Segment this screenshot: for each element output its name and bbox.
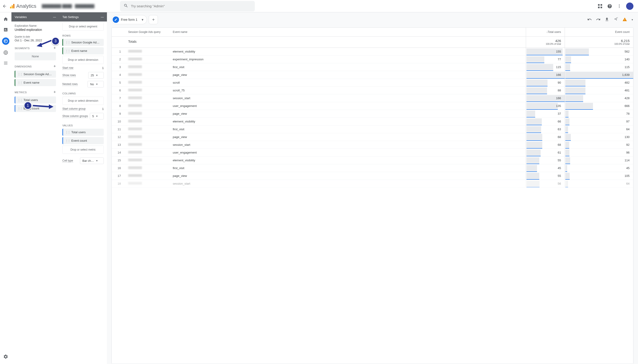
table-row: 9page_view3778	[112, 110, 633, 118]
table-row: 17page_view55105	[112, 172, 633, 180]
property-selector[interactable]: ████████ ████ - ████████	[42, 4, 94, 8]
row-users: 55	[526, 172, 565, 180]
add-tab-button[interactable]: +	[149, 15, 158, 24]
settings-icon[interactable]	[3, 354, 8, 360]
apps-icon[interactable]	[597, 4, 603, 9]
exploration-tab[interactable]: Free form 1 ▼	[112, 15, 147, 24]
row-event: page_view	[169, 73, 526, 76]
start-row-value[interactable]: 1	[102, 66, 104, 70]
chevron-down-icon[interactable]: ▼	[141, 18, 146, 22]
nested-rows-select[interactable]: No▼	[88, 81, 104, 88]
row-users: 88	[526, 86, 565, 94]
help-icon[interactable]	[607, 4, 612, 9]
more-vert-icon[interactable]	[616, 4, 622, 9]
table-row: 13session_start6892	[112, 141, 633, 149]
chip-event-name[interactable]: ⋮⋮Event name	[14, 79, 56, 86]
table-row: 10element_visibility6697	[112, 118, 633, 126]
row-event: scroll_75	[169, 89, 526, 92]
row-users: 155	[526, 48, 565, 55]
undo-icon[interactable]	[587, 17, 592, 22]
row-index: 1	[112, 50, 124, 53]
row-index: 17	[112, 174, 124, 178]
chip-event-count[interactable]: ⋮⋮Event count	[62, 137, 104, 144]
add-segment-button[interactable]: +	[54, 46, 56, 50]
edit-icon	[113, 16, 119, 23]
download-icon[interactable]	[605, 17, 609, 22]
row-users: 37	[526, 110, 565, 118]
chip-total-users[interactable]: ⋮⋮Total users	[62, 129, 104, 136]
chip-session-google-ad-[interactable]: ⋮⋮Session Google Ad…	[62, 39, 104, 46]
add-metric-button[interactable]: +	[54, 90, 56, 94]
left-nav	[0, 12, 12, 364]
chip-event-name[interactable]: ⋮⋮Event name	[62, 47, 104, 54]
row-query	[124, 158, 169, 162]
totals-label: Totals	[124, 36, 169, 48]
advertising-icon[interactable]	[3, 50, 8, 55]
svg-marker-11	[36, 43, 42, 47]
row-event: user_engagement	[169, 104, 526, 108]
share-icon[interactable]: +	[613, 17, 618, 22]
show-column-label: Show column groups	[62, 114, 88, 118]
row-index: 16	[112, 166, 124, 170]
row-event: first_visit	[169, 128, 526, 131]
svg-marker-10	[49, 104, 54, 109]
table-row: 11first_visit6364	[112, 126, 633, 133]
search-box[interactable]	[120, 1, 255, 12]
row-query	[124, 182, 169, 185]
row-event: page_view	[169, 174, 526, 178]
back-arrow-icon[interactable]	[2, 4, 7, 9]
row-index: 4	[112, 73, 124, 76]
search-input[interactable]	[131, 4, 251, 8]
row-index: 13	[112, 143, 124, 146]
tab-settings-header: Tab Settings —	[59, 12, 107, 22]
dimensions-section-label: DIMENSIONS	[14, 65, 32, 68]
annotation-badge-3: 3	[52, 37, 59, 45]
column-header-total-users[interactable]: ↓Total users	[526, 28, 565, 36]
row-index: 5	[112, 81, 124, 84]
column-header-query[interactable]: Session Google Ads query	[124, 28, 169, 36]
row-query	[124, 73, 169, 76]
table-row: 2experiment_impression77140	[112, 56, 633, 63]
row-query	[124, 174, 169, 178]
chevron-down-icon[interactable]: ▼	[631, 18, 634, 21]
row-events: 64	[565, 126, 633, 133]
column-header-event-count[interactable]: Event count	[565, 28, 633, 36]
segment-dropzone[interactable]: Drop or select segment	[62, 22, 104, 30]
start-column-value[interactable]: 1	[102, 107, 104, 110]
drag-handle-icon: ⋮⋮	[65, 41, 70, 44]
warning-icon[interactable]	[622, 17, 627, 22]
dimension-dropzone[interactable]: Drop or select dimension	[62, 56, 104, 64]
column-dimension-dropzone[interactable]: Drop or select dimension	[62, 97, 104, 105]
user-avatar[interactable]	[626, 2, 634, 10]
row-query	[124, 166, 169, 170]
chevron-down-icon: ▼	[96, 115, 98, 118]
cell-type-select[interactable]: Bar ch…▼	[80, 158, 104, 164]
exploration-name-value[interactable]: Untitled exploration	[14, 28, 56, 32]
add-dimension-button[interactable]: +	[54, 64, 56, 69]
table-row: 3first_visit115115	[112, 63, 633, 71]
chip-total-users[interactable]: ⋮⋮Total users	[14, 96, 56, 104]
row-query	[124, 89, 169, 92]
reports-icon[interactable]	[3, 27, 8, 32]
minimize-icon[interactable]: —	[101, 15, 104, 19]
configure-icon[interactable]	[3, 60, 8, 66]
row-users: 68	[526, 133, 565, 141]
show-rows-select[interactable]: 25▼	[88, 72, 104, 78]
nested-rows-label: Nested rows	[62, 82, 78, 86]
row-events: 1,639	[565, 71, 633, 78]
home-icon[interactable]	[3, 16, 8, 22]
chip-session-google-ad-[interactable]: ⋮⋮Session Google Ad…	[14, 70, 56, 78]
svg-rect-1	[600, 4, 602, 6]
show-column-select[interactable]: 5▼	[90, 113, 104, 120]
row-query	[124, 112, 169, 116]
minimize-icon[interactable]: —	[53, 15, 56, 19]
metric-dropzone[interactable]: Drop or select metric	[62, 146, 104, 154]
variables-title: Variables	[14, 15, 27, 19]
annotation-arrow-3	[36, 39, 52, 48]
row-events: 97	[565, 118, 633, 125]
column-header-event[interactable]: Event name	[169, 28, 526, 36]
row-index: 15	[112, 158, 124, 162]
svg-rect-0	[598, 4, 600, 6]
redo-icon[interactable]	[596, 17, 600, 22]
explore-icon[interactable]	[2, 38, 9, 45]
